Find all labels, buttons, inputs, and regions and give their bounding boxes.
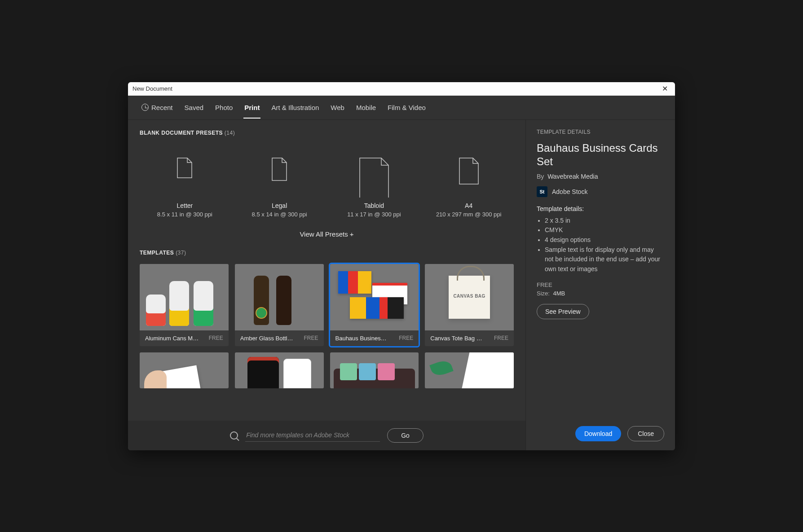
template-thumbnail <box>235 352 324 388</box>
page-icon <box>272 158 287 181</box>
template-card[interactable]: Aluminum Cans Moc… FREE <box>140 264 229 346</box>
details-subheading: Template details: <box>537 205 664 212</box>
detail-bullet: 2 x 3.5 in <box>545 216 664 226</box>
preset-letter[interactable]: Letter 8.5 x 11 in @ 300 ppi <box>140 144 230 220</box>
adobe-stock-label: Adobe Stock <box>552 188 587 195</box>
preset-a4[interactable]: A4 210 x 297 mm @ 300 ppi <box>424 144 514 220</box>
template-name: Amber Glass Bottles… <box>240 335 294 342</box>
tab-print[interactable]: Print <box>243 97 260 119</box>
by-label: By <box>537 173 544 180</box>
detail-bullet: 4 design options <box>545 235 664 245</box>
price-label: FREE <box>537 281 664 288</box>
dialog-body: BLANK DOCUMENT PRESETS (14) Letter 8.5 x… <box>128 120 675 450</box>
template-card[interactable]: Canvas Tote Bag Mo… FREE <box>425 264 514 346</box>
page-icon <box>359 158 389 198</box>
close-icon[interactable]: ✕ <box>659 84 671 94</box>
template-card[interactable] <box>425 352 514 388</box>
detail-bullet: Sample text is for display only and may … <box>545 245 664 274</box>
template-price: FREE <box>494 335 508 341</box>
template-thumbnail <box>330 352 419 388</box>
new-document-dialog: New Document ✕ Recent Saved Photo Print … <box>128 82 675 450</box>
detail-bullet: CMYK <box>545 225 664 235</box>
page-icon <box>459 158 479 185</box>
view-all-presets-button[interactable]: View All Presets + <box>140 228 514 250</box>
go-button[interactable]: Go <box>387 428 424 443</box>
size-label: Size: <box>537 290 550 297</box>
details-pane: TEMPLATE DETAILS Bauhaus Business Cards … <box>526 120 675 450</box>
download-button[interactable]: Download <box>575 426 621 441</box>
templates-heading-text: TEMPLATES <box>140 250 174 256</box>
clock-icon <box>141 104 149 111</box>
preset-name: A4 <box>465 202 472 209</box>
preset-name: Legal <box>272 202 287 209</box>
tab-mobile[interactable]: Mobile <box>355 97 377 119</box>
preset-name: Letter <box>176 202 193 209</box>
template-price: FREE <box>399 335 413 341</box>
size-line: Size: 4MB <box>537 290 664 297</box>
template-thumbnail <box>140 264 229 330</box>
template-thumbnail <box>425 264 514 330</box>
template-footer: Canvas Tote Bag Mo… FREE <box>425 330 514 346</box>
template-thumbnail <box>140 352 229 388</box>
template-title: Bauhaus Business Cards Set <box>537 141 664 168</box>
template-footer: Amber Glass Bottles… FREE <box>235 330 324 346</box>
template-thumbnail <box>235 264 324 330</box>
template-card[interactable] <box>235 352 324 388</box>
preset-dims: 210 x 297 mm @ 300 ppi <box>436 211 501 218</box>
tab-recent[interactable]: Recent <box>141 97 174 119</box>
template-card[interactable] <box>140 352 229 388</box>
presets-count: (14) <box>225 130 235 136</box>
template-card[interactable]: Amber Glass Bottles… FREE <box>235 264 324 346</box>
presets-grid: Letter 8.5 x 11 in @ 300 ppi Legal 8.5 x… <box>140 144 514 220</box>
presets-heading-text: BLANK DOCUMENT PRESETS <box>140 130 223 136</box>
preset-dims: 8.5 x 11 in @ 300 ppi <box>157 211 212 218</box>
page-icon <box>177 158 192 178</box>
titlebar: New Document ✕ <box>128 82 675 96</box>
see-preview-button[interactable]: See Preview <box>537 304 589 319</box>
stock-search-input[interactable] <box>245 429 380 442</box>
left-pane: BLANK DOCUMENT PRESETS (14) Letter 8.5 x… <box>128 120 526 450</box>
tab-art-illustration[interactable]: Art & Illustration <box>270 97 320 119</box>
tab-photo[interactable]: Photo <box>214 97 234 119</box>
search-icon <box>230 431 238 440</box>
tab-saved[interactable]: Saved <box>184 97 205 119</box>
template-thumbnail <box>425 352 514 388</box>
details-heading: TEMPLATE DETAILS <box>537 129 664 135</box>
tab-web[interactable]: Web <box>330 97 345 119</box>
preset-legal[interactable]: Legal 8.5 x 14 in @ 300 ppi <box>234 144 325 220</box>
template-footer: Bauhaus Business Ca… FREE <box>330 330 419 346</box>
template-name: Canvas Tote Bag Mo… <box>430 335 484 342</box>
tab-film-video[interactable]: Film & Video <box>387 97 427 119</box>
template-footer: Aluminum Cans Moc… FREE <box>140 330 229 346</box>
window-title: New Document <box>132 85 172 92</box>
close-button[interactable]: Close <box>627 426 664 441</box>
author-line: By Wavebreak Media <box>537 173 664 180</box>
template-thumbnail <box>330 264 419 330</box>
template-card[interactable] <box>330 352 419 388</box>
templates-count: (37) <box>176 250 186 256</box>
templates-heading: TEMPLATES (37) <box>140 250 514 256</box>
details-bullet-list: 2 x 3.5 in CMYK 4 design options Sample … <box>537 216 664 274</box>
author-link[interactable]: Wavebreak Media <box>547 173 598 180</box>
preset-template-scroll[interactable]: BLANK DOCUMENT PRESETS (14) Letter 8.5 x… <box>128 120 525 421</box>
preset-name: Tabloid <box>364 202 384 209</box>
stock-search-bar: Go <box>128 421 525 450</box>
stock-row[interactable]: St Adobe Stock <box>537 186 664 197</box>
presets-heading: BLANK DOCUMENT PRESETS (14) <box>140 130 514 136</box>
preset-dims: 8.5 x 14 in @ 300 ppi <box>252 211 307 218</box>
template-price: FREE <box>209 335 223 341</box>
template-name: Aluminum Cans Moc… <box>145 335 199 342</box>
template-card-selected[interactable]: Bauhaus Business Ca… FREE <box>330 264 419 346</box>
size-value: 4MB <box>553 290 565 297</box>
templates-grid: Aluminum Cans Moc… FREE Amber Glass Bott… <box>140 264 514 388</box>
tab-recent-label: Recent <box>151 104 173 111</box>
template-price: FREE <box>304 335 318 341</box>
template-name: Bauhaus Business Ca… <box>335 335 389 342</box>
category-tabs: Recent Saved Photo Print Art & Illustrat… <box>128 96 675 120</box>
adobe-stock-icon: St <box>537 186 547 197</box>
preset-dims: 11 x 17 in @ 300 ppi <box>347 211 401 218</box>
preset-tabloid[interactable]: Tabloid 11 x 17 in @ 300 ppi <box>329 144 419 220</box>
dialog-footer-buttons: Download Close <box>537 421 664 441</box>
